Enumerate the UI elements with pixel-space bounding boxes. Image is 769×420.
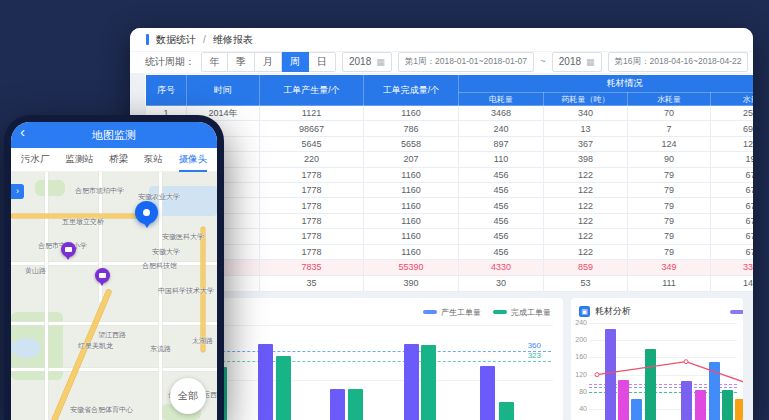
- map-park: [35, 180, 65, 196]
- table-cell: 349: [628, 259, 711, 275]
- table-cell: 456: [459, 182, 544, 197]
- breadcrumb: 数据统计 / 维修报表: [130, 28, 753, 52]
- week-end-value: 第16周：2018-04-16~2018-04-22: [615, 56, 742, 68]
- table-cell: 67: [711, 229, 754, 244]
- table-cell: 1160: [364, 229, 459, 244]
- phone-tab[interactable]: 桥梁: [109, 148, 128, 172]
- trend-line: [571, 298, 743, 420]
- back-icon[interactable]: ‹: [20, 123, 25, 140]
- table-cell: 111: [628, 275, 711, 291]
- phone-page-title: 地图监测: [92, 128, 136, 143]
- camera-pin[interactable]: [95, 268, 110, 283]
- map-label: 黄山路: [25, 266, 46, 276]
- table-cell: 456: [459, 167, 544, 182]
- table-cell: 220: [260, 152, 364, 167]
- col-header-time: 时间: [187, 75, 260, 106]
- year-end-value: 2018: [559, 56, 581, 67]
- app-stage: 数据统计 / 维修报表 统计周期： 年季月周日 2018 ▦ 第1周：2018-…: [0, 0, 769, 420]
- week-end-input[interactable]: 第16周：2018-04-16~2018-04-22: [608, 52, 749, 72]
- camera-icon: [65, 247, 72, 252]
- col-header-completed: 工单完成量/个: [364, 75, 459, 106]
- table-cell: 456: [459, 213, 544, 228]
- table-cell: 1160: [364, 213, 459, 228]
- table-cell: 1778: [260, 213, 364, 228]
- table-cell: 122: [544, 167, 628, 182]
- table-cell: 1121: [260, 106, 364, 121]
- table-cell: 79: [628, 229, 711, 244]
- show-all-button[interactable]: 全部: [170, 378, 206, 414]
- table-cell: 79: [628, 198, 711, 213]
- report-table: 序号 时间 工单产生量/个 工单完成量/个 耗材情况 电耗量 药耗量（吨） 水耗…: [145, 74, 753, 292]
- table-cell: 1160: [364, 167, 459, 182]
- map-lake: [11, 338, 41, 358]
- year-end-select[interactable]: 2018 ▦: [552, 52, 602, 72]
- week-start-input[interactable]: 第1周：2018-01-01~2018-01-07: [398, 52, 534, 72]
- period-segment[interactable]: 季: [228, 52, 255, 72]
- breadcrumb-separator: /: [203, 34, 206, 45]
- phone-tabs: 污水厂监测站桥梁泵站摄像头: [11, 148, 217, 172]
- phone-tab[interactable]: 泵站: [144, 148, 163, 172]
- map-view[interactable]: 合肥市琥珀中学安徽农业大学五里墩立交桥合肥市宁溪小学安徽大学合肥科技馆黄山路安徽…: [11, 172, 217, 420]
- col-header-water-use: 水耗量: [628, 93, 711, 106]
- chart-bar: [404, 344, 419, 420]
- table-cell: 390: [364, 275, 459, 291]
- breadcrumb-section[interactable]: 数据统计: [156, 33, 196, 47]
- table-cell: 367: [544, 136, 628, 151]
- map-road: [11, 368, 217, 371]
- phone-tab[interactable]: 监测站: [65, 148, 94, 172]
- table-row: 177811604561227967: [146, 244, 754, 259]
- table-row: 合计7835553904330859349330: [146, 259, 754, 275]
- chart-bar: [421, 345, 436, 420]
- period-segment[interactable]: 年: [201, 52, 228, 72]
- year-start-select[interactable]: 2018 ▦: [342, 52, 392, 72]
- table-cell: 140: [711, 275, 754, 291]
- col-header-chemicals: 药耗量（吨）: [544, 93, 628, 106]
- table-cell: 456: [459, 198, 544, 213]
- year-start-value: 2018: [349, 56, 371, 67]
- table-cell: 330: [711, 259, 754, 275]
- table-row: 177811604561227967: [146, 198, 754, 213]
- table-cell: 398: [544, 152, 628, 167]
- calendar-icon: ▦: [586, 57, 595, 67]
- period-segment[interactable]: 周: [282, 52, 309, 72]
- table-row: 98667786240137690: [146, 121, 754, 136]
- table-cell: 250: [711, 106, 754, 121]
- table-cell: 122: [544, 229, 628, 244]
- camera-pin[interactable]: [61, 242, 76, 257]
- calendar-icon: ▦: [376, 57, 385, 67]
- panel-expander-icon[interactable]: ›: [11, 184, 24, 199]
- chart-bar: [499, 402, 514, 420]
- table-cell: 1778: [260, 198, 364, 213]
- chart-bar: [258, 344, 273, 420]
- range-tilde: ~: [540, 56, 546, 67]
- phone-tab[interactable]: 污水厂: [21, 148, 50, 172]
- table-cell: 786: [364, 121, 459, 136]
- table-cell: 207: [364, 152, 459, 167]
- table-cell: 79: [628, 167, 711, 182]
- report-table-body: 12014年1121116034683407025098667786240137…: [146, 106, 754, 292]
- table-cell: 79: [628, 213, 711, 228]
- breadcrumb-accent-bar: [146, 34, 149, 45]
- table-cell: 129: [711, 136, 754, 151]
- table-cell: 67: [711, 213, 754, 228]
- table-cell: 1778: [260, 182, 364, 197]
- table-cell: 4330: [459, 259, 544, 275]
- table-cell: 1160: [364, 244, 459, 259]
- table-cell: 67: [711, 244, 754, 259]
- period-label: 统计周期：: [145, 55, 195, 69]
- selected-camera-marker[interactable]: [135, 201, 158, 224]
- map-label: 红星美凯龙: [78, 341, 113, 351]
- phone-tab[interactable]: 摄像头: [179, 148, 208, 172]
- map-label: 东流路: [150, 344, 171, 354]
- period-segment[interactable]: 月: [255, 52, 282, 72]
- consumables-chart-card: ▣ 耗材分析 2402001601208040: [571, 298, 743, 420]
- period-segment[interactable]: 日: [309, 52, 336, 72]
- chart-bar: [276, 356, 291, 420]
- table-cell: 897: [459, 136, 544, 151]
- reference-label: 323: [528, 351, 541, 360]
- chart-bar: [480, 366, 495, 420]
- phone-mockup: ‹ 地图监测 污水厂监测站桥梁泵站摄像头 合肥市琥珀中学安徽农业大学五里墩立: [4, 115, 224, 420]
- map-label: 中国科学技术大学: [158, 286, 214, 296]
- table-cell: 1160: [364, 182, 459, 197]
- table-cell: 7: [628, 121, 711, 136]
